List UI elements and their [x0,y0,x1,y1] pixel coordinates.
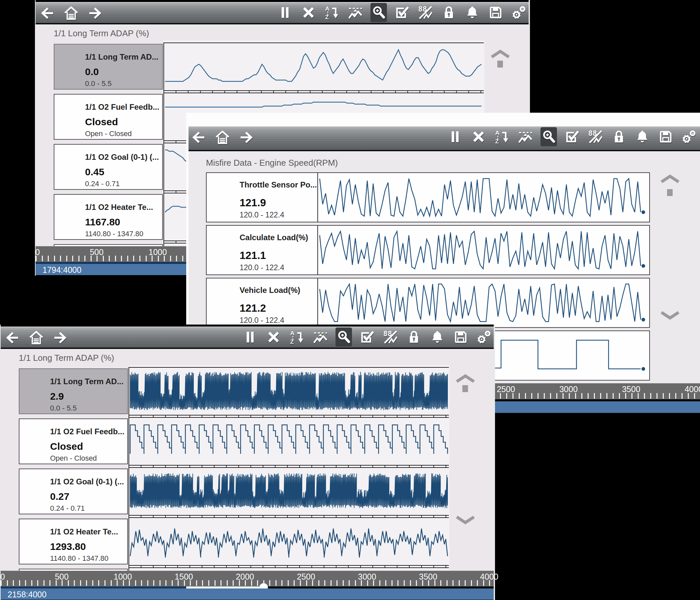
timeline-ruler[interactable]: 05001000150020002500300035004000 [0,571,495,587]
pause-button[interactable] [277,3,293,22]
pid-value: 1167.80 [85,217,120,228]
scroll-handle[interactable] [462,385,468,392]
settings-button[interactable] [511,3,527,22]
forward-button[interactable] [238,128,255,147]
home-button[interactable] [63,4,79,23]
save-button[interactable] [452,327,469,347]
forward-button[interactable] [87,4,103,23]
pid-value: Closed [85,116,118,127]
pid-card[interactable]: 1/1 O2 Goal (0-1) (...0.270.24 - 0.71 [19,469,128,514]
pid-label: 1/1 O2 Goal (0-1) (... [50,477,124,486]
pid-value: 1293.80 [50,541,86,552]
close-button[interactable] [300,3,317,22]
pid-card[interactable]: 1/1 O2 Fuel Feedb...ClosedOpen - Closed [54,94,163,140]
pid-card[interactable]: 1/1 O2 Fuel Feedb...ClosedOpen - Closed [19,419,128,464]
pid-graph [319,174,649,221]
pid-label: 1/1 O2 Goal (0-1) (... [85,153,159,162]
back-button[interactable] [190,128,207,147]
close-icon [304,8,313,17]
pid-card[interactable]: Calculate Load(%)121.1120.0 - 122.4 [206,225,650,275]
settings-button[interactable] [681,127,697,146]
lock-icon [445,7,453,19]
pid-display-button[interactable]: 88 [382,327,399,347]
scroll-info-bar[interactable]: 2158:4000 [0,589,495,600]
save-icon [491,7,501,18]
pid-label: 1/1 Long Term AD... [85,52,158,61]
zoom-button[interactable] [370,3,387,22]
pid-card[interactable]: Vehicle Load(%)121.2120.0 - 122.4 [206,278,650,328]
sort-az-button[interactable]: AZ [324,3,340,22]
scroll-up-icon[interactable] [490,49,511,59]
pid-value: 2.9 [50,391,64,402]
pause-icon [247,332,253,343]
forward-button[interactable] [52,328,69,347]
scroll-column [659,151,682,383]
pid-display-button[interactable]: 88 [587,127,604,146]
zoom-icon [339,332,349,342]
svg-text:A: A [325,5,329,12]
pid-card[interactable]: 1/1 Long Term AD...2.90.0 - 5.5 [19,368,128,414]
pid-graph [128,467,449,516]
zoom-button[interactable] [541,127,557,146]
scroll-up-icon[interactable] [659,174,681,183]
settings-icon [683,130,695,143]
auto-scale-button[interactable] [312,327,329,347]
sort-az-button[interactable]: AZ [289,327,305,347]
pid-card[interactable]: Throttle Sensor Po...121.9120.0 - 122.4 [206,172,650,222]
zoom-icon [544,131,554,142]
save-button[interactable] [657,127,674,146]
scroll-handle[interactable] [667,189,673,196]
window-left-edge [0,325,1,600]
save-button[interactable] [488,3,504,22]
auto-scale-button[interactable] [517,127,533,146]
zoom-icon [374,7,384,18]
confirm-button[interactable] [359,327,375,347]
auto-scale-button[interactable] [347,3,364,22]
pid-card[interactable]: 1/1 O2 Goal (0-1) (...0.450.24 - 0.71 [54,144,163,190]
pause-icon [281,7,289,18]
pid-range: 120.0 - 122.4 [240,263,284,272]
close-button[interactable] [470,127,487,146]
pause-button[interactable] [242,327,258,347]
pid-label: 1/1 Long Term AD... [50,377,124,386]
window-left-edge [35,0,35,276]
zoom-button[interactable] [335,327,352,347]
sort-az-button[interactable]: AZ [494,127,510,146]
pid-card[interactable]: 1/1 O2 Heater Te...1293.801140.80 - 1347… [19,519,128,565]
close-button[interactable] [265,327,282,347]
auto-scale-icon [314,333,327,343]
confirm-button[interactable] [394,3,410,22]
lock-button[interactable] [441,3,457,22]
lock-button[interactable] [406,327,422,347]
pid-graph [319,279,649,327]
page-title: Misfire Data - Engine Speed(RPM) [206,158,338,168]
back-button[interactable] [39,4,55,23]
scroll-down-icon[interactable] [659,311,681,320]
pid-range: 1140.80 - 1347.80 [50,554,108,563]
home-icon [30,332,43,344]
home-button[interactable] [28,328,45,347]
alarm-button[interactable] [429,327,446,347]
pid-card[interactable]: 1/1 O2 Heater Te...1167.801140.80 - 1347… [54,194,163,240]
toolbar: AZ88 [186,126,700,150]
pause-button[interactable] [447,127,464,146]
scroll-up-icon[interactable] [454,374,476,383]
pid-range: 0.24 - 0.71 [85,180,120,188]
alarm-button[interactable] [634,127,651,146]
settings-icon [513,6,525,19]
save-icon [456,332,466,342]
settings-icon [478,331,491,343]
settings-button[interactable] [476,327,492,347]
pid-card[interactable]: 1/1 Long Term AD...0.00.0 - 5.5 [54,44,163,90]
scroll-down-icon[interactable] [454,515,476,525]
alarm-button[interactable] [464,3,480,22]
confirm-button[interactable] [564,127,580,146]
close-icon [269,333,278,342]
home-button[interactable] [214,128,231,147]
back-button[interactable] [4,328,20,347]
pid-display-button[interactable]: 88 [417,3,434,22]
scroll-handle[interactable] [497,60,503,68]
home-icon [216,131,229,143]
ruler-ticks [1,580,495,586]
lock-button[interactable] [611,127,627,146]
